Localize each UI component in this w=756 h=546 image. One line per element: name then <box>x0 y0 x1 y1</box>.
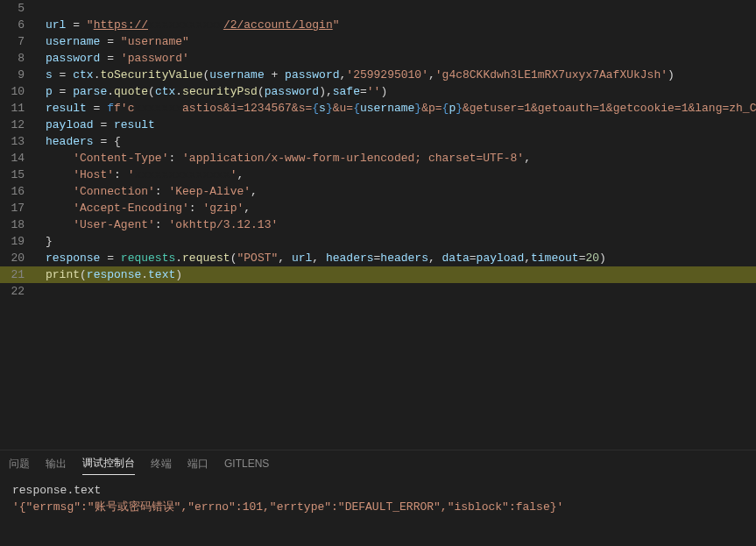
code-line[interactable]: 19 } <box>0 233 756 250</box>
code-line[interactable]: 18 'User-Agent': 'okhttp/3.12.13' <box>0 216 756 233</box>
line-number: 9 <box>0 67 35 83</box>
code-line[interactable]: 11 result = ff'cxxxxxxxastios&i=1234567&… <box>0 100 756 117</box>
line-number: 21 <box>0 266 35 283</box>
line-number: 12 <box>0 117 35 133</box>
line-number: 6 <box>0 17 35 33</box>
code-line[interactable]: 14 'Content-Type': 'application/x-www-fo… <box>0 150 756 167</box>
tab-ports[interactable]: 端口 <box>187 453 208 475</box>
code-line[interactable]: 10 p = parse.quote(ctx.securityPsd(passw… <box>0 83 756 100</box>
code-line[interactable]: 7 username = "username" <box>0 33 756 50</box>
line-number: 15 <box>0 167 35 183</box>
code-line[interactable]: 12 payload = result <box>0 117 756 133</box>
line-number: 8 <box>0 50 35 67</box>
tab-terminal[interactable]: 终端 <box>151 453 172 475</box>
line-number: 13 <box>0 133 35 150</box>
debug-console[interactable]: response.text '{"errmsg":"账号或密码错误","errn… <box>0 477 756 521</box>
line-number: 5 <box>0 0 35 17</box>
line-number: 20 <box>0 250 35 266</box>
line-number: 10 <box>0 83 35 100</box>
code-line-active[interactable]: 21 print(response.text) <box>0 266 756 283</box>
line-number: 7 <box>0 33 35 50</box>
code-line[interactable]: 15 'Host': 'xxxxxxxxxxxxxx', <box>0 167 756 183</box>
tab-output[interactable]: 输出 <box>46 453 67 475</box>
tab-problems[interactable]: 问题 <box>9 453 30 475</box>
code-editor[interactable]: 5 6 url = "https://xxxxxxxxxxx/2/account… <box>0 0 756 450</box>
line-number: 14 <box>0 150 35 167</box>
code-line[interactable]: 22 <box>0 283 756 300</box>
line-number: 11 <box>0 100 35 117</box>
code-line[interactable]: 17 'Accept-Encoding': 'gzip', <box>0 200 756 216</box>
line-number: 17 <box>0 200 35 216</box>
line-number: 19 <box>0 233 35 250</box>
line-number: 16 <box>0 183 35 200</box>
line-number: 22 <box>0 283 35 300</box>
line-number: 18 <box>0 216 35 233</box>
code-line[interactable]: 20 response = requests.request("POST", u… <box>0 250 756 266</box>
bottom-panel: 问题 输出 调试控制台 终端 端口 GITLENS response.text … <box>0 450 756 546</box>
panel-tabbar: 问题 输出 调试控制台 终端 端口 GITLENS <box>0 450 756 477</box>
code-line[interactable]: 13 headers = { <box>0 133 756 150</box>
tab-gitlens[interactable]: GITLENS <box>224 454 269 473</box>
debug-value: '{"errmsg":"账号或密码错误","errno":101,"errtyp… <box>12 499 744 515</box>
debug-expression: response.text <box>12 482 744 499</box>
code-line[interactable]: 8 password = 'password' <box>0 50 756 67</box>
code-line[interactable]: 9 s = ctx.toSecurityValue(username + pas… <box>0 67 756 83</box>
tab-debug-console[interactable]: 调试控制台 <box>82 452 135 475</box>
code-line[interactable]: 5 <box>0 0 756 17</box>
code-line[interactable]: 6 url = "https://xxxxxxxxxxx/2/account/l… <box>0 17 756 33</box>
code-line[interactable]: 16 'Connection': 'Keep-Alive', <box>0 183 756 200</box>
